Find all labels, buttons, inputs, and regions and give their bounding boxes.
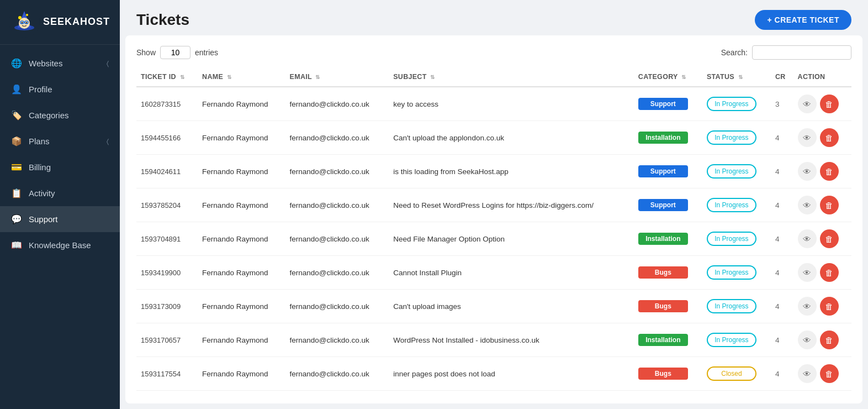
support-icon: 💬: [11, 214, 22, 224]
cell-ticket-id: 1593173009: [136, 290, 198, 323]
arrow-websites: 〈: [107, 60, 109, 67]
cell-subject: inner pages post does not load: [389, 357, 634, 391]
sidebar-label-plans: Plans: [29, 137, 107, 146]
col-email[interactable]: EMAIL ⇅: [285, 67, 389, 87]
cell-status: Closed: [702, 357, 771, 391]
cell-cr: 3: [771, 87, 793, 121]
col-action: ACTION: [793, 67, 851, 87]
eye-icon: 👁: [803, 167, 811, 176]
search-area: Search:: [721, 45, 851, 60]
cell-status: In Progress: [702, 121, 771, 155]
table-row: 1594024611 Fernando Raymond fernando@cli…: [136, 155, 851, 188]
delete-button[interactable]: 🗑: [820, 162, 839, 181]
category-badge: Installation: [638, 334, 688, 346]
col-ticket-id[interactable]: TICKET ID ⇅: [136, 67, 198, 87]
websites-icon: 🌐: [11, 58, 22, 69]
cell-cr: 4: [771, 121, 793, 155]
cell-cr: 4: [771, 222, 793, 256]
delete-button[interactable]: 🗑: [820, 263, 839, 282]
cell-status: In Progress: [702, 256, 771, 290]
cell-cr: 4: [771, 188, 793, 222]
cell-action: 👁 🗑: [793, 256, 851, 290]
cell-name: Fernando Raymond: [198, 290, 285, 323]
delete-button[interactable]: 🗑: [820, 331, 839, 349]
table-area: Show entries Search: TICKET ID ⇅ NAME ⇅ …: [125, 35, 862, 403]
action-buttons: 👁 🗑: [798, 229, 847, 248]
table-row: 1593173009 Fernando Raymond fernando@cli…: [136, 290, 851, 323]
page-title: Tickets: [136, 11, 189, 29]
delete-button[interactable]: 🗑: [820, 229, 839, 248]
trash-icon: 🗑: [825, 167, 833, 176]
cell-action: 👁 🗑: [793, 357, 851, 391]
col-status[interactable]: STATUS ⇅: [702, 67, 771, 87]
main-header: Tickets + CREATE TICKET: [120, 0, 868, 35]
cell-cr: 4: [771, 290, 793, 323]
view-button[interactable]: 👁: [798, 263, 817, 282]
status-badge: Closed: [707, 366, 756, 381]
delete-button[interactable]: 🗑: [820, 364, 839, 383]
col-name[interactable]: NAME ⇅: [198, 67, 285, 87]
col-cr[interactable]: CR: [771, 67, 793, 87]
sidebar-item-activity[interactable]: 📋 Activity: [0, 180, 120, 206]
create-ticket-button[interactable]: + CREATE TICKET: [755, 10, 851, 30]
trash-icon: 🗑: [825, 302, 833, 311]
cell-email: fernando@clickdo.co.uk: [285, 222, 389, 256]
sidebar-item-profile[interactable]: 👤 Profile: [0, 76, 120, 102]
table-row: 1593785204 Fernando Raymond fernando@cli…: [136, 188, 851, 222]
col-category[interactable]: CATEGORY ⇅: [634, 67, 702, 87]
delete-button[interactable]: 🗑: [820, 95, 839, 113]
sidebar-item-websites[interactable]: 🌐 Websites 〈: [0, 50, 120, 76]
sidebar-label-support: Support: [29, 214, 109, 224]
view-button[interactable]: 👁: [798, 162, 817, 181]
entries-select[interactable]: [160, 46, 190, 59]
view-button[interactable]: 👁: [798, 229, 817, 248]
cell-email: fernando@clickdo.co.uk: [285, 323, 389, 357]
sidebar: SEEKAHOST 🌐 Websites 〈 👤 Profile 🏷️ Cate…: [0, 0, 120, 409]
cell-ticket-id: 1594024611: [136, 155, 198, 188]
cell-action: 👁 🗑: [793, 290, 851, 323]
delete-button[interactable]: 🗑: [820, 128, 839, 147]
cell-category: Bugs: [634, 256, 702, 290]
action-buttons: 👁 🗑: [798, 162, 847, 181]
status-badge: In Progress: [707, 299, 756, 313]
trash-icon: 🗑: [825, 369, 833, 379]
search-input[interactable]: [752, 45, 851, 60]
category-badge: Installation: [638, 132, 688, 144]
sidebar-item-plans[interactable]: 📦 Plans 〈: [0, 128, 120, 154]
view-button[interactable]: 👁: [798, 297, 817, 316]
cell-email: fernando@clickdo.co.uk: [285, 87, 389, 121]
view-button[interactable]: 👁: [798, 331, 817, 349]
eye-icon: 👁: [803, 99, 811, 109]
table-controls: Show entries Search:: [136, 45, 851, 60]
sidebar-item-knowledge-base[interactable]: 📖 Knowledge Base: [0, 232, 120, 258]
logo-text: SEEKAHOST: [43, 17, 110, 28]
view-button[interactable]: 👁: [798, 196, 817, 214]
cell-name: Fernando Raymond: [198, 188, 285, 222]
col-subject[interactable]: SUBJECT ⇅: [389, 67, 634, 87]
category-badge: Bugs: [638, 368, 688, 380]
cell-ticket-id: 1593117554: [136, 357, 198, 391]
status-badge: In Progress: [707, 198, 756, 212]
view-button[interactable]: 👁: [798, 364, 817, 383]
table-header-row: TICKET ID ⇅ NAME ⇅ EMAIL ⇅ SUBJECT ⇅ CAT…: [136, 67, 851, 87]
cell-cr: 4: [771, 155, 793, 188]
sidebar-item-categories[interactable]: 🏷️ Categories: [0, 102, 120, 128]
table-row: 1602873315 Fernando Raymond fernando@cli…: [136, 87, 851, 121]
status-badge: In Progress: [707, 130, 756, 145]
view-button[interactable]: 👁: [798, 95, 817, 113]
sidebar-label-categories: Categories: [29, 111, 109, 120]
cell-status: In Progress: [702, 87, 771, 121]
sidebar-label-activity: Activity: [29, 188, 109, 198]
delete-button[interactable]: 🗑: [820, 196, 839, 214]
cell-category: Support: [634, 155, 702, 188]
status-badge: In Progress: [707, 333, 756, 347]
cell-ticket-id: 1602873315: [136, 87, 198, 121]
cell-category: Installation: [634, 323, 702, 357]
eye-icon: 👁: [803, 335, 811, 345]
sidebar-item-support[interactable]: 💬 Support: [0, 206, 120, 232]
delete-button[interactable]: 🗑: [820, 297, 839, 316]
svg-point-7: [26, 22, 28, 24]
action-buttons: 👁 🗑: [798, 331, 847, 349]
sidebar-item-billing[interactable]: 💳 Billing: [0, 154, 120, 180]
view-button[interactable]: 👁: [798, 128, 817, 147]
